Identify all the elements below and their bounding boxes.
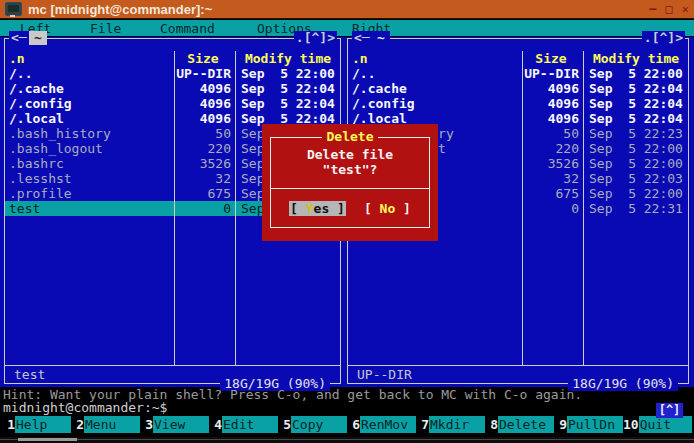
close-button[interactable]: ✕: [682, 3, 689, 15]
fkey-number: 6: [347, 416, 360, 433]
fkey-number: 1: [2, 416, 15, 433]
file-row-left[interactable]: /.cache4096Sep 5 22:04: [5, 81, 340, 96]
fkey-delete[interactable]: 8Delete: [485, 416, 554, 433]
fkey-label: Mkdir: [429, 416, 485, 433]
fkey-number: 10: [623, 416, 639, 433]
fkey-label: Help: [15, 416, 71, 433]
column-header-mtime: Modify time: [584, 51, 688, 66]
menu-item-file[interactable]: File: [90, 21, 121, 36]
fkey-label: Edit: [222, 416, 278, 433]
fkey-number: 7: [416, 416, 429, 433]
column-header-mtime: Modify time: [236, 51, 340, 66]
yes-button[interactable]: [ Yes ]: [289, 201, 346, 216]
menu-item-command[interactable]: Command: [160, 21, 215, 36]
column-header-size: Size: [523, 51, 584, 66]
scrollbar-track: [0, 439, 694, 440]
panel-up-decor[interactable]: .[^]>: [294, 31, 337, 45]
column-header-size: Size: [175, 51, 236, 66]
file-row-right[interactable]: /..UP--DIRSep 5 22:00: [348, 66, 688, 81]
scrollbar-thumb[interactable]: [18, 438, 77, 441]
minimize-button[interactable]: –: [649, 3, 656, 15]
fkey-number: 8: [485, 416, 498, 433]
sort-indicator: .n: [9, 51, 25, 66]
sort-indicator: .n: [352, 51, 368, 66]
fkey-number: 2: [71, 416, 84, 433]
scroll-up-indicator: [^]: [656, 403, 683, 418]
fkey-edit[interactable]: 4Edit: [209, 416, 278, 433]
fkey-label: Menu: [84, 416, 140, 433]
panel-right-arrow-decor: <─: [352, 31, 372, 45]
window-controls: – □ ✕: [649, 3, 689, 15]
fkey-label: PullDn: [567, 416, 623, 433]
function-key-bar: 1Help2Menu3View4Edit5Copy6RenMov7Mkdir8D…: [2, 416, 692, 433]
dialog-buttons: [ Yes ][ No ]: [271, 189, 429, 227]
maximize-button[interactable]: □: [666, 3, 673, 15]
fkey-label: Delete: [498, 416, 554, 433]
title-bar: mc [midnight@commander]:~ – □ ✕: [0, 0, 694, 19]
delete-dialog-frame: Delete Delete file "test"? [ Yes ][ No ]: [270, 137, 430, 228]
terminal-icon: [5, 2, 22, 16]
no-button[interactable]: [ No ]: [364, 201, 411, 216]
fkey-label: View: [153, 416, 209, 433]
left-panel-path-tab[interactable]: ~: [29, 31, 47, 45]
dialog-message-line1: Delete file: [271, 147, 429, 162]
bottom-scrollbar[interactable]: [0, 437, 694, 443]
window-title: mc [midnight@commander]:~: [28, 2, 212, 17]
fkey-number: 5: [278, 416, 291, 433]
fkey-help[interactable]: 1Help: [2, 416, 71, 433]
file-row-right[interactable]: /.config4096Sep 5 22:04: [348, 96, 688, 111]
panel-left-arrow-decor: <─: [9, 31, 29, 45]
fkey-number: 9: [554, 416, 567, 433]
fkey-label: Copy: [291, 416, 347, 433]
dialog-title: Delete: [271, 130, 429, 144]
shell-prompt[interactable]: midnight@commander:~$: [3, 401, 167, 415]
fkey-menu[interactable]: 2Menu: [71, 416, 140, 433]
delete-dialog: Delete Delete file "test"? [ Yes ][ No ]: [262, 124, 438, 241]
dialog-message-line2: "test"?: [271, 162, 429, 177]
fkey-copy[interactable]: 5Copy: [278, 416, 347, 433]
left-panel-header: .n Name Size Modify time: [5, 51, 340, 66]
fkey-quit[interactable]: 10Quit: [623, 416, 692, 433]
fkey-label: RenMov: [360, 416, 416, 433]
file-row-left[interactable]: /.config4096Sep 5 22:04: [5, 96, 340, 111]
fkey-label: Quit: [639, 416, 692, 433]
panel-up-decor[interactable]: .[^]>: [642, 31, 685, 45]
dialog-message: Delete file "test"?: [271, 147, 429, 177]
right-panel-header: .n Name Size Modify time: [348, 51, 688, 66]
fkey-view[interactable]: 3View: [140, 416, 209, 433]
file-row-left[interactable]: /..UP--DIRSep 5 22:00: [5, 66, 340, 81]
right-panel-path-tab[interactable]: ~: [372, 31, 390, 45]
menu-bar: LeftFileCommandOptionsRight: [0, 20, 694, 36]
fkey-number: 3: [140, 416, 153, 433]
fkey-renmov[interactable]: 6RenMov: [347, 416, 416, 433]
fkey-pulldn[interactable]: 9PullDn: [554, 416, 623, 433]
file-row-right[interactable]: /.cache4096Sep 5 22:04: [348, 81, 688, 96]
fkey-number: 4: [209, 416, 222, 433]
fkey-mkdir[interactable]: 7Mkdir: [416, 416, 485, 433]
terminal-window: mc [midnight@commander]:~ – □ ✕ LeftFile…: [0, 0, 694, 443]
